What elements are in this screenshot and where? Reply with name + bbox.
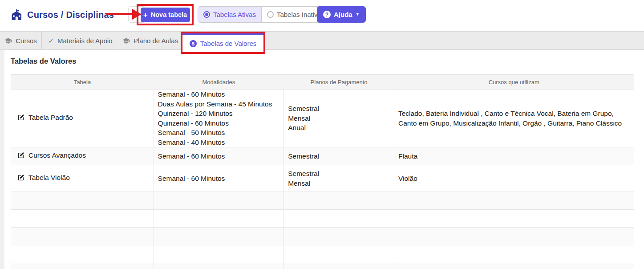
table-row-empty [11,210,634,228]
tab-bar: Cursos ✓ Materiais de Apoio Plano de Aul… [0,31,644,50]
cell-cursos: Violão [394,165,634,192]
col-header-planos: Planos de Pagamento [284,75,394,90]
app-window: Cursos / Disciplinas + Nova tabela Tabel… [0,0,644,269]
plano-item: Semestral [288,151,390,161]
edit-icon[interactable] [17,152,24,159]
page-title: Cursos / Disciplinas [27,10,114,20]
plano-item: Semestral [288,104,390,114]
tab-materiais-de-apoio[interactable]: ✓ Materiais de Apoio [42,32,119,49]
chevron-down-icon: ▼ [356,12,360,16]
cell-cursos: Teclado, Bateria Individual , Canto e Té… [394,90,634,147]
cell-planos: Semestral Mensal [284,165,394,192]
question-circle-icon: ? [323,11,331,18]
table-row-empty [11,228,634,245]
table-header-row: Tabela Modalidades Planos de Pagamento C… [11,75,634,90]
help-button[interactable]: ? Ajuda ▼ [317,6,366,23]
table-name: Tabela Violão [28,173,70,183]
cell-tabela: Tabela Padrão [11,90,154,147]
graduation-cap-icon [4,37,12,45]
tab-tabelas-de-valores[interactable]: $ Tabelas de Valores [182,33,263,52]
modalidade-item: Quinzenal - 60 Minutos [158,118,280,128]
edit-icon[interactable] [17,174,24,181]
cell-planos: Semestral Mensal Anual [284,90,394,147]
annotation-arrow-head [132,9,142,20]
plus-icon: + [143,11,148,19]
modalidade-item: Duas Aulas por Semana - 45 Minutos [158,99,280,109]
cell-planos: Semestral [284,147,394,165]
plano-item: Mensal [288,179,390,188]
modalidade-item: Semanal - 60 Minutos [158,90,280,99]
radio-unselected-icon [267,11,274,18]
tables-filter-toggle: Tabelas Ativas Tabelas Inativas [198,6,330,23]
school-icon [11,9,23,20]
col-header-modalidades: Modalidades [154,75,284,90]
annotation-arrow-line [106,13,134,15]
new-table-button[interactable]: + Nova tabela [141,8,190,22]
table-row-empty [11,192,634,210]
annotation-box-active-tab: $ Tabelas de Valores [181,32,265,54]
tab-materiais-label: Materiais de Apoio [57,37,112,45]
plano-item: Mensal [288,114,390,123]
plano-item: Semestral [288,169,390,179]
tab-cursos[interactable]: Cursos [0,32,42,49]
edit-icon[interactable] [17,114,24,121]
cell-modalidades: Semanal - 60 Minutos Duas Aulas por Sema… [154,90,284,147]
table-name: Cursos Avançados [28,151,86,160]
modalidade-item: Quinzenal - 120 Minutos [158,109,280,118]
content-area: Tabelas de Valores Tabela Modalidades Pl… [0,50,644,269]
col-header-cursos: Cursos que utilizam [394,75,634,90]
modalidade-item: Semanal - 50 Minutos [158,128,280,138]
tab-valores-label: Tabelas de Valores [200,40,256,47]
page-title-group: Cursos / Disciplinas [11,0,114,29]
cell-modalidades: Semanal - 60 Minutos [154,165,284,192]
section-title: Tabelas de Valores [11,57,634,66]
top-header-bar: Cursos / Disciplinas + Nova tabela Tabel… [0,0,644,31]
table-name: Tabela Padrão [28,113,73,122]
table-row-empty [11,263,634,269]
tab-cursos-label: Cursos [16,37,37,45]
modalidade-item: Semanal - 60 Minutos [158,174,280,183]
dollar-circle-icon: $ [190,40,197,47]
modalidade-item: Semanal - 40 Minutos [158,138,280,147]
table-row: Tabela Violão Semanal - 60 Minutos Semes… [11,165,634,192]
active-tables-toggle[interactable]: Tabelas Ativas [198,7,261,22]
cell-tabela: Cursos Avançados [11,147,154,165]
radio-selected-icon [203,11,210,18]
table-row-empty [11,245,634,263]
table-row: Tabela Padrão Semanal - 60 Minutos Duas … [11,90,634,147]
modalidade-item: Semanal - 60 Minutos [158,151,280,161]
check-icon: ✓ [49,37,54,44]
cell-cursos: Flauta [394,147,634,165]
col-header-tabela: Tabela [11,75,154,90]
cell-modalidades: Semanal - 60 Minutos [154,147,284,165]
tab-plano-label: Plano de Aulas [134,37,178,45]
graduation-cap-icon [122,37,130,45]
help-button-label: Ajuda [334,11,352,18]
cell-tabela: Tabela Violão [11,165,154,192]
values-table: Tabela Modalidades Planos de Pagamento C… [11,74,634,269]
plano-item: Anual [288,123,390,133]
new-table-button-label: Nova tabela [151,11,187,18]
left-gutter [0,50,4,269]
active-tables-label: Tabelas Ativas [213,11,256,18]
table-row: Cursos Avançados Semanal - 60 Minutos Se… [11,147,634,165]
annotation-box-new-table: + Nova tabela [137,4,194,25]
tab-plano-de-aulas[interactable]: Plano de Aulas [119,32,182,49]
